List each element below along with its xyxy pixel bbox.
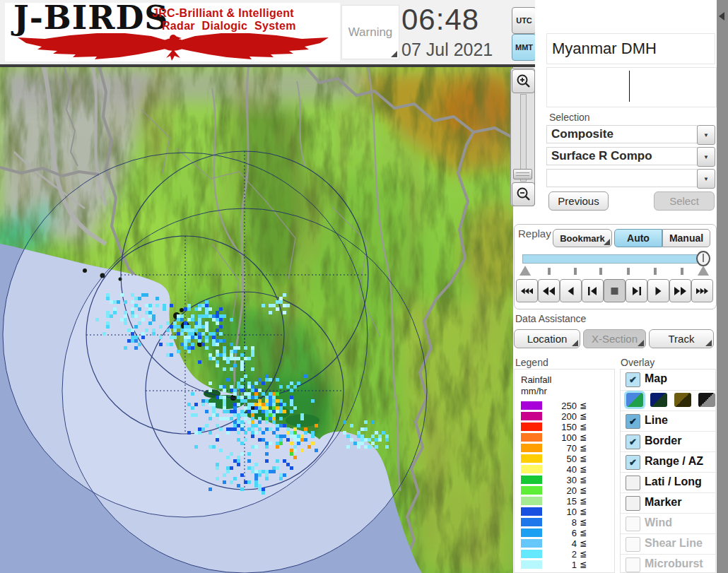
checkbox[interactable]: ✔ [626,557,640,572]
manual-button[interactable]: Manual [662,229,710,247]
legend-value: 4 [543,538,577,549]
legend-row: 150 ≦ [515,422,614,432]
text-cursor [629,71,630,102]
stop-button[interactable] [604,279,626,302]
legend-suffix: ≦ [580,507,587,516]
overlay-item-label: Wind [645,516,672,529]
play-button[interactable] [647,279,669,302]
logo-subtitle-2: Radar Dialogic System [162,20,296,33]
legend-unit-1: Rainfall [521,374,551,385]
data-assistance-label: Data Assistance [515,313,586,324]
map-style-row[interactable] [621,390,715,410]
checkbox[interactable]: ✔ [626,537,640,552]
chevron-down-icon[interactable]: ▼ [697,147,715,167]
forward-fastest-button[interactable] [691,279,713,302]
play-reverse-button[interactable] [560,279,582,302]
replay-label: Replay [518,228,551,240]
dropdown-extra[interactable]: ▼ [546,169,715,187]
overlay-row-marker[interactable]: ✔ Marker [621,492,715,513]
chevron-down-icon[interactable]: ▼ [697,125,715,145]
jbirds-logo: J-BIRDS JRC-Brilliant & Intelligent Rada… [5,3,340,61]
legend-value: 100 [543,432,577,443]
replay-slider-handle[interactable] [696,251,710,266]
overlay-item-label: Lati / Long [645,475,702,488]
dropdown-product[interactable]: Surface R Compo ▼ [546,147,715,165]
legend-row: 30 ≦ [515,475,614,485]
overlay-row-border[interactable]: ✔ Border [621,431,715,451]
track-button[interactable]: Track [649,329,714,348]
previous-button[interactable]: Previous [548,191,609,211]
mmt-toggle-button[interactable]: MMT [512,34,536,61]
checkbox[interactable]: ✔ [626,455,640,470]
legend-swatch [521,486,542,495]
rainfall-legend: Rainfall mm/hr 250 ≦ 200 ≦ 150 ≦ 100 ≦ 7… [514,369,615,573]
auto-button[interactable]: Auto [614,229,662,247]
legend-value: 30 [543,475,577,485]
legend-swatch [521,518,542,526]
slider-start-marker[interactable] [519,266,531,276]
station-display-area[interactable] [546,67,717,107]
xsection-button: X-Section [583,329,646,348]
overlay-row-map[interactable]: ✔ Map [621,370,715,389]
checkbox[interactable]: ✔ [626,475,640,490]
legend-swatch [521,433,542,442]
legend-value: 250 [543,401,577,411]
overlay-row-wind[interactable]: ✔ Wind [621,513,715,533]
overlay-item-label: Shear Line [645,537,703,550]
checkbox[interactable]: ✔ [626,516,640,531]
checkbox[interactable]: ✔ [626,372,640,387]
rewind-fastest-button[interactable] [516,279,538,302]
dropdown-category[interactable]: Composite ▼ [546,125,715,143]
overlay-row-microburst[interactable]: ✔ Microburst [621,554,715,573]
slider-tick [627,268,630,275]
location-button[interactable]: Location [514,329,580,348]
overlay-item-label: Border [645,435,681,447]
select-button: Select [654,191,715,211]
step-back-button[interactable] [582,279,604,302]
zoom-slider-handle[interactable] [513,169,532,179]
chevron-down-icon[interactable]: ▼ [697,169,715,189]
legend-unit-2: mm/hr [521,386,547,396]
map-style-swatch-2[interactable] [674,393,691,407]
overlay-row-shear-line[interactable]: ✔ Shear Line [621,533,715,554]
overlay-row-line[interactable]: ✔ Line [621,410,715,431]
legend-swatch [521,475,542,484]
legend-suffix: ≦ [580,422,587,432]
checkbox[interactable]: ✔ [626,496,640,511]
zoom-out-button[interactable] [512,182,535,206]
legend-row: 20 ≦ [515,485,614,496]
panel-scroll-strip[interactable] [717,0,728,573]
overlay-row-range-az[interactable]: ✔ Range / AZ [621,451,715,472]
dropdown-extra-value[interactable] [546,169,698,187]
legend-swatch [521,550,542,558]
utc-toggle-button[interactable]: UTC [512,7,536,34]
map-style-swatch-0[interactable] [626,393,643,407]
zoom-in-button[interactable] [512,69,535,93]
checkbox[interactable]: ✔ [626,414,640,429]
legend-row: 2 ≦ [515,549,614,560]
radar-map[interactable] [0,67,513,573]
slider-end-marker[interactable] [698,266,709,276]
replay-slider-track[interactable] [522,254,708,264]
dropdown-category-value[interactable]: Composite [546,125,698,143]
selection-label: Selection [549,112,590,123]
legend-value: 200 [543,411,577,422]
checkbox[interactable]: ✔ [626,435,640,449]
legend-swatch [521,401,542,410]
rewind-fast-button[interactable] [538,279,560,302]
warning-button[interactable]: Warning [341,5,399,59]
zoom-out-icon [516,187,532,202]
forward-fast-button[interactable] [669,279,691,302]
clock-date: 07 Jul 2021 [401,40,493,60]
map-style-swatch-1[interactable] [650,393,667,407]
legend-value: 2 [543,549,577,560]
legend-swatch [521,507,542,516]
step-forward-button[interactable] [626,279,647,302]
dropdown-product-value[interactable]: Surface R Compo [546,147,698,165]
overlay-label: Overlay [621,357,654,368]
legend-row: 40 ≦ [515,464,614,475]
bookmark-button[interactable]: Bookmark [553,229,612,247]
collapse-panel-icon[interactable] [719,12,724,20]
overlay-row-lati-long[interactable]: ✔ Lati / Long [621,472,715,492]
map-style-swatch-3[interactable] [698,393,715,407]
